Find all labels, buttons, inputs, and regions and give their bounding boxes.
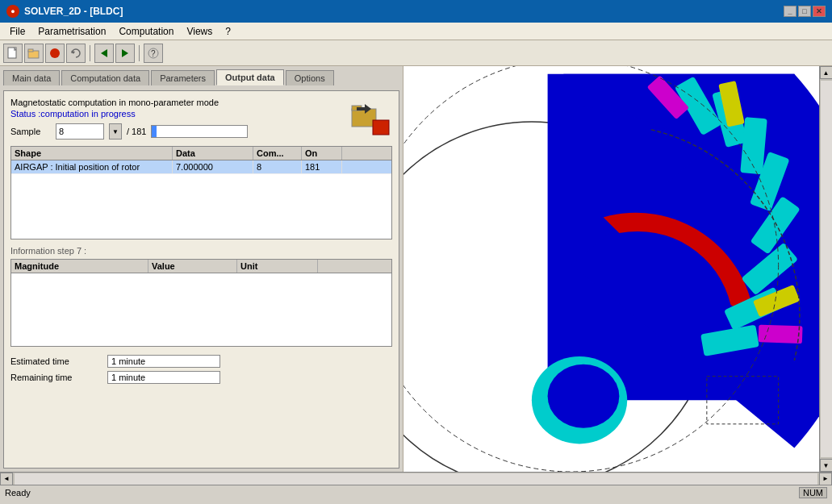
info-header-value: Value <box>148 260 237 273</box>
app-icon: ● <box>6 5 19 18</box>
open-button[interactable] <box>24 44 44 63</box>
svg-rect-2 <box>28 49 33 52</box>
grid-header-data: Data <box>173 147 253 160</box>
stop-button[interactable] <box>45 44 65 63</box>
motor-canvas-area <box>403 66 819 472</box>
status-icon-svg <box>350 98 392 140</box>
left-panel: Main data Computation data Parameters Ou… <box>0 66 403 472</box>
motor-svg <box>403 66 819 472</box>
svg-marker-6 <box>122 49 128 57</box>
info-empty-rows <box>11 273 391 346</box>
status-area: Magnetostatic computation in mono-parame… <box>10 98 392 146</box>
scroll-left-button[interactable]: ◄ <box>0 473 13 485</box>
menu-file[interactable]: File <box>3 24 31 39</box>
title-bar: ● SOLVER_2D - [BLDC] _ □ ✕ <box>0 0 832 23</box>
sample-row: Sample ▼ / 181 <box>10 123 248 140</box>
tab-output-data[interactable]: Output data <box>216 69 284 85</box>
status-bar: Ready NUM <box>0 485 832 499</box>
main-layout: Main data Computation data Parameters Ou… <box>0 66 832 472</box>
status-mode-text: Magnetostatic computation in mono-parame… <box>10 98 248 107</box>
tab-parameters[interactable]: Parameters <box>151 70 215 85</box>
sample-label: Sample <box>10 127 51 136</box>
maximize-button[interactable]: □ <box>798 6 811 17</box>
info-header-unit: Unit <box>237 260 318 273</box>
grid-header-shape: Shape <box>11 147 173 160</box>
menu-computation[interactable]: Computation <box>112 24 180 39</box>
grid-empty-rows <box>11 174 391 239</box>
svg-rect-27 <box>759 325 803 344</box>
back-button[interactable] <box>94 44 114 63</box>
menu-help[interactable]: ? <box>219 24 237 39</box>
menu-parametrisation[interactable]: Parametrisation <box>31 24 112 39</box>
window-controls[interactable]: _ □ ✕ <box>784 6 826 17</box>
sample-total: / 181 <box>127 127 146 136</box>
status-info: Magnetostatic computation in mono-parame… <box>10 98 248 146</box>
sample-dropdown[interactable]: ▼ <box>109 123 122 140</box>
menu-views[interactable]: Views <box>180 24 219 39</box>
toolbar-separator <box>90 45 90 61</box>
close-button[interactable]: ✕ <box>813 6 826 17</box>
menu-bar: File Parametrisation Computation Views ? <box>0 23 832 40</box>
svg-point-3 <box>50 48 60 58</box>
remaining-time-row: Remaining time 1 minute <box>10 371 392 384</box>
grid-header-on: On <box>302 147 342 160</box>
tab-options[interactable]: Options <box>286 70 334 85</box>
info-header: Magnitude Value Unit <box>11 260 391 273</box>
sample-input[interactable] <box>56 123 104 140</box>
scroll-right-button[interactable]: ► <box>819 473 832 485</box>
tab-bar: Main data Computation data Parameters Ou… <box>3 69 399 85</box>
svg-text:?: ? <box>151 49 156 58</box>
estimated-time-row: Estimated time 1 minute <box>10 355 392 368</box>
tab-main-data[interactable]: Main data <box>3 70 60 85</box>
title-bar-left: ● SOLVER_2D - [BLDC] <box>6 5 123 18</box>
info-grid: Magnitude Value Unit <box>10 259 392 347</box>
scroll-track[interactable] <box>821 81 832 457</box>
grid-row-0[interactable]: AIRGAP : Initial position of rotor 7.000… <box>11 160 391 174</box>
grid-cell-shape-0: AIRGAP : Initial position of rotor <box>11 160 173 173</box>
progress-bar-container <box>151 125 248 138</box>
info-label: Information step 7 : <box>10 246 392 256</box>
svg-marker-5 <box>101 49 107 57</box>
panel-content: Magnetostatic computation in mono-parame… <box>3 90 399 469</box>
grid-cell-comp-0: 8 <box>253 160 302 173</box>
help-button[interactable]: ? <box>144 44 163 63</box>
minimize-button[interactable]: _ <box>784 6 796 17</box>
refresh-button[interactable] <box>66 44 86 63</box>
new-button[interactable] <box>3 44 23 63</box>
remaining-time-value: 1 minute <box>107 371 220 384</box>
tab-computation-data[interactable]: Computation data <box>61 70 149 85</box>
scroll-up-button[interactable]: ▲ <box>820 66 833 79</box>
bottom-scrollbar[interactable]: ◄ ► <box>0 472 832 485</box>
progress-bar-fill <box>152 126 157 137</box>
right-scrollbar[interactable]: ▲ ▼ <box>819 66 832 472</box>
estimated-time-label: Estimated time <box>10 356 107 366</box>
toolbar: ? <box>0 40 832 66</box>
forward-button[interactable] <box>115 44 135 63</box>
status-ready-text: Ready <box>5 488 31 498</box>
window-title: SOLVER_2D - [BLDC] <box>24 6 123 17</box>
svg-rect-11 <box>373 120 389 135</box>
svg-point-17 <box>548 364 620 428</box>
footer-info: Estimated time 1 minute Remaining time 1… <box>10 355 392 387</box>
data-grid: Shape Data Com... On AIRGAP : Initial po… <box>10 146 392 240</box>
grid-header: Shape Data Com... On <box>11 147 391 160</box>
info-header-magnitude: Magnitude <box>11 260 148 273</box>
grid-header-comp: Com... <box>253 147 302 160</box>
estimated-time-value: 1 minute <box>107 355 220 368</box>
remaining-time-label: Remaining time <box>10 373 107 382</box>
h-scroll-track[interactable] <box>15 473 817 485</box>
status-computing-text: Status :computation in progress <box>10 109 248 119</box>
right-area: ▲ ▼ <box>403 66 832 472</box>
toolbar-separator2 <box>139 45 140 61</box>
status-num-indicator: NUM <box>799 487 827 498</box>
info-section: Information step 7 : Magnitude Value Uni… <box>10 246 392 347</box>
svg-rect-13 <box>357 107 365 110</box>
scroll-down-button[interactable]: ▼ <box>820 459 833 472</box>
grid-cell-on-0: 181 <box>302 160 342 173</box>
grid-cell-data-0: 7.000000 <box>173 160 253 173</box>
status-icon-box <box>350 98 392 146</box>
